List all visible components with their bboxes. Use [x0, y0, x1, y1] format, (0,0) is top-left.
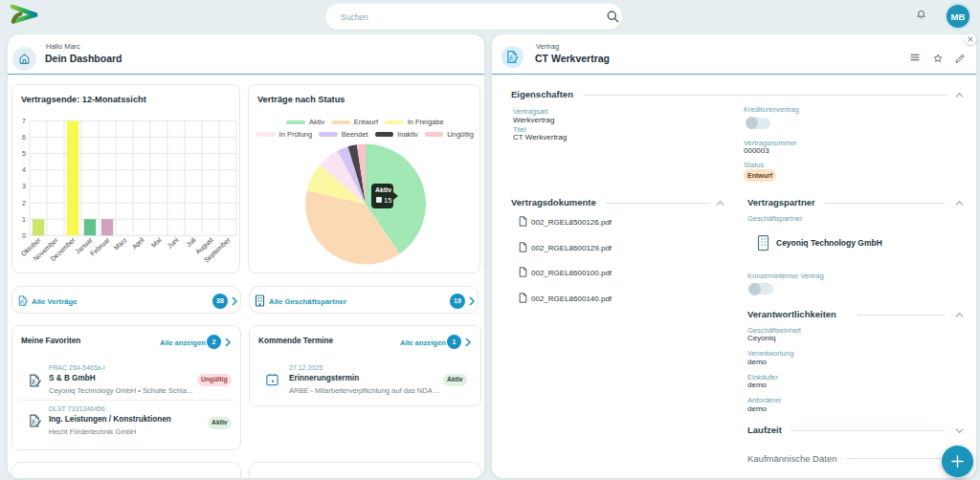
- svg-text:April: April: [131, 236, 146, 251]
- svg-text:1: 1: [22, 216, 26, 223]
- svg-text:Mai: Mai: [150, 236, 163, 249]
- svg-text:Juni: Juni: [167, 236, 180, 250]
- svg-text:Februar: Februar: [89, 236, 111, 257]
- svg-text:3: 3: [22, 183, 26, 189]
- svg-text:5: 5: [22, 150, 26, 157]
- svg-text:6: 6: [22, 134, 26, 141]
- svg-text:März: März: [113, 236, 129, 251]
- svg-text:4: 4: [22, 166, 26, 173]
- svg-text:2: 2: [22, 200, 26, 207]
- svg-text:0: 0: [22, 232, 26, 239]
- svg-text:7: 7: [22, 118, 26, 124]
- svg-text:Juli: Juli: [185, 236, 197, 249]
